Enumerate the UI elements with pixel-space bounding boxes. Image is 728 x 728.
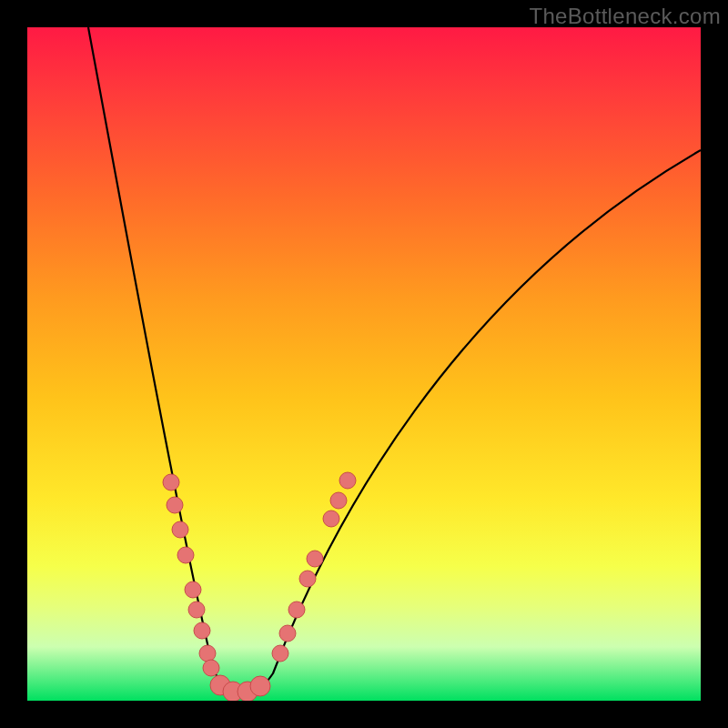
chart-svg [27,27,701,701]
data-marker [307,551,323,567]
data-marker [188,602,205,618]
data-marker [250,676,270,696]
data-marker [194,622,210,639]
bottleneck-curve [88,27,701,693]
data-marker [272,645,288,662]
plot-area [27,27,701,701]
data-marker [163,474,179,490]
data-marker [172,521,188,538]
data-marker [167,497,183,513]
data-marker [330,492,347,509]
watermark-text: TheBottleneck.com [529,4,721,29]
marker-layer [163,472,356,701]
curve-layer [88,27,701,693]
data-marker [279,625,296,642]
data-marker [339,472,356,489]
chart-frame: TheBottleneck.com [0,0,728,728]
data-marker [199,645,216,662]
data-marker [299,571,316,587]
data-marker [323,511,339,527]
data-marker [177,547,194,563]
data-marker [288,602,305,618]
data-marker [185,581,201,598]
data-marker [203,660,219,676]
